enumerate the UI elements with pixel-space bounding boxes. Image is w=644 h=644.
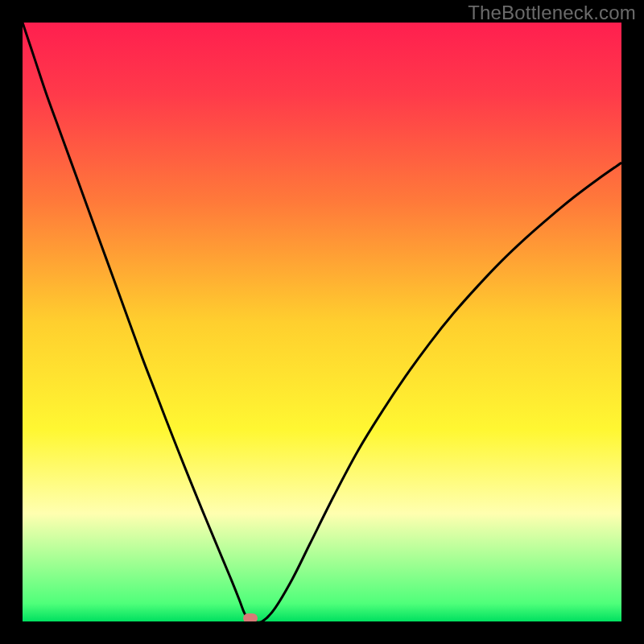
optimal-point-marker (243, 613, 258, 621)
plot-svg (23, 23, 621, 621)
gradient-background (23, 23, 621, 621)
watermark-text: TheBottleneck.com (468, 2, 636, 24)
chart-frame: TheBottleneck.com (0, 0, 644, 644)
plot-area (23, 23, 621, 621)
